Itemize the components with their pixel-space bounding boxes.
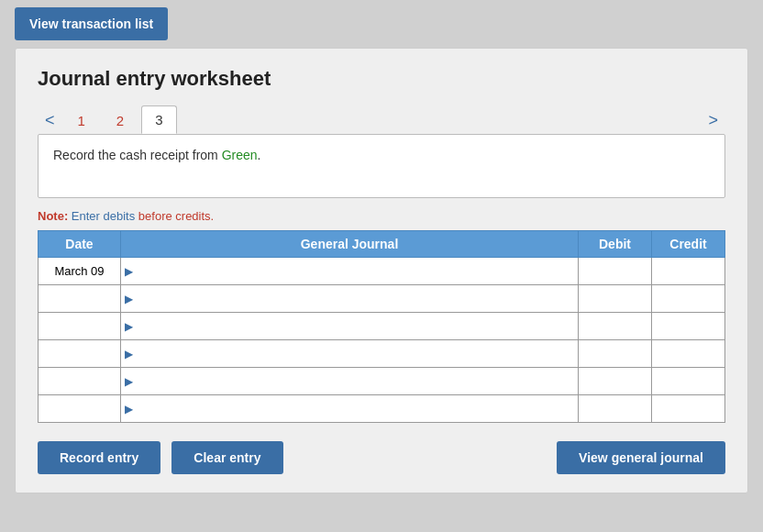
debit-input-3[interactable] [579,313,651,339]
journal-cell-2[interactable]: ▶ [121,285,579,313]
debit-input-1[interactable] [579,258,651,284]
bottom-buttons: Record entry Clear entry View general jo… [38,441,725,474]
journal-table: Date General Journal Debit Credit March … [38,230,725,423]
clear-entry-button[interactable]: Clear entry [171,441,282,474]
note-text: Note: Enter debits before credits. [38,209,725,223]
green-name: Green [222,148,258,162]
journal-cell-6[interactable]: ▶ [121,395,579,423]
table-body: March 09 ▶ [39,258,725,423]
date-cell-1: March 09 [39,258,121,285]
cell-arrow-5: ▶ [125,375,133,388]
table-row: ▶ [39,313,725,340]
debit-cell-3[interactable] [579,313,652,340]
credit-cell-2[interactable] [652,285,725,313]
view-general-journal-button[interactable]: View general journal [557,441,725,474]
tab-2[interactable]: 2 [103,106,138,134]
record-entry-button[interactable]: Record entry [38,441,160,474]
cell-arrow-4: ▶ [125,348,133,360]
main-container: Journal entry worksheet < 1 2 3 > Record… [15,48,748,493]
table-row: ▶ [39,368,725,395]
debit-cell-6[interactable] [579,395,652,423]
date-cell-6 [39,395,121,423]
cell-arrow-1: ▶ [125,265,133,278]
debit-input-4[interactable] [579,340,651,367]
prev-tab-arrow[interactable]: < [38,107,62,134]
debit-input-5[interactable] [579,368,651,394]
journal-cell-4[interactable]: ▶ [121,340,579,368]
header-credit: Credit [652,231,725,258]
debit-cell-4[interactable] [579,340,652,368]
table-row: March 09 ▶ [39,258,725,285]
view-transaction-button[interactable]: View transaction list [15,7,168,40]
credit-input-6[interactable] [652,395,724,422]
table-row: ▶ [39,340,725,368]
worksheet-title: Journal entry worksheet [38,67,725,91]
instruction-box: Record the cash receipt from Green. [38,134,725,198]
instruction-text: Record the cash receipt from Green. [53,148,260,162]
debit-input-2[interactable] [579,285,651,312]
credit-input-2[interactable] [652,285,724,312]
journal-input-5[interactable] [135,368,578,394]
journal-cell-3[interactable]: ▶ [121,313,579,340]
credit-cell-4[interactable] [652,340,725,368]
date-cell-4 [39,340,121,368]
credit-input-1[interactable] [652,258,724,284]
cell-arrow-6: ▶ [125,403,133,416]
tab-navigation: < 1 2 3 > [38,105,725,134]
next-tab-arrow[interactable]: > [701,107,725,134]
note-label: Note: [38,209,68,223]
cell-arrow-2: ▶ [125,293,133,305]
date-cell-2 [39,285,121,313]
debit-cell-2[interactable] [579,285,652,313]
credit-cell-6[interactable] [652,395,725,423]
table-header: Date General Journal Debit Credit [39,231,725,258]
credit-input-3[interactable] [652,313,724,339]
credit-cell-1[interactable] [652,258,725,285]
tab-3[interactable]: 3 [141,105,176,134]
date-cell-5 [39,368,121,395]
journal-input-2[interactable] [135,285,578,312]
credit-cell-3[interactable] [652,313,725,340]
debit-cell-1[interactable] [579,258,652,285]
header-journal: General Journal [121,231,579,258]
journal-input-3[interactable] [135,313,578,339]
journal-input-6[interactable] [135,395,578,422]
journal-input-1[interactable] [135,258,578,284]
table-row: ▶ [39,285,725,313]
journal-input-4[interactable] [135,340,578,367]
table-row: ▶ [39,395,725,423]
debit-cell-5[interactable] [579,368,652,395]
debit-input-6[interactable] [579,395,651,422]
date-cell-3 [39,313,121,340]
cell-arrow-3: ▶ [125,320,133,333]
header-debit: Debit [579,231,652,258]
note-rest: before credits. [135,209,214,223]
header-date: Date [39,231,121,258]
note-debits: Enter debits [68,209,135,223]
tab-1[interactable]: 1 [64,106,99,134]
journal-cell-5[interactable]: ▶ [121,368,579,395]
top-bar: View transaction list [0,0,763,48]
credit-cell-5[interactable] [652,368,725,395]
credit-input-4[interactable] [652,340,724,367]
credit-input-5[interactable] [652,368,724,394]
journal-cell-1[interactable]: ▶ [121,258,579,285]
